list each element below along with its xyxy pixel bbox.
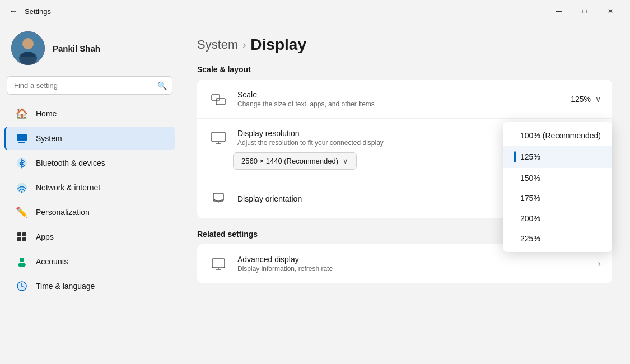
advanced-display-desc: Display information, refresh rate xyxy=(237,265,598,273)
minimize-button[interactable]: — xyxy=(546,2,572,20)
orientation-row-title: Display orientation xyxy=(237,194,522,203)
scale-option-125[interactable]: 125% xyxy=(503,146,612,168)
sidebar: Pankil Shah 🔍 🏠 Home System Bluetooth & … xyxy=(0,22,179,364)
orientation-icon xyxy=(208,189,228,209)
apps-icon xyxy=(16,231,28,243)
sidebar-item-personalization-label: Personalization xyxy=(36,208,90,217)
advanced-display-chevron-icon: › xyxy=(598,259,601,269)
sidebar-item-time[interactable]: Time & language xyxy=(4,274,175,298)
app-title: Settings xyxy=(25,7,51,16)
breadcrumb-separator: › xyxy=(242,39,246,51)
scale-option-150-label: 150% xyxy=(520,174,601,183)
resolution-value: 2560 × 1440 (Recommended) xyxy=(241,157,338,165)
accounts-icon xyxy=(16,255,28,268)
scale-option-225[interactable]: 225% xyxy=(503,228,612,249)
svg-point-9 xyxy=(21,191,23,193)
scale-option-175-label: 175% xyxy=(520,194,601,203)
svg-point-15 xyxy=(18,263,26,267)
scale-option-200[interactable]: 200% xyxy=(503,208,612,228)
maximize-button[interactable]: □ xyxy=(572,2,598,20)
advanced-display-icon xyxy=(208,254,228,274)
sidebar-item-bluetooth[interactable]: Bluetooth & devices xyxy=(4,151,175,175)
svg-rect-6 xyxy=(18,142,25,143)
sidebar-item-bluetooth-label: Bluetooth & devices xyxy=(36,158,105,167)
scale-chevron-icon: ∨ xyxy=(595,95,601,104)
titlebar: ← Settings — □ ✕ xyxy=(0,0,630,22)
resolution-dropdown[interactable]: 2560 × 1440 (Recommended) ∨ xyxy=(233,152,357,170)
scale-option-150[interactable]: 150% xyxy=(503,168,612,188)
network-icon xyxy=(16,181,28,194)
scale-dropdown-popup: 100% (Recommended) 125% 150% 175% 200% 2… xyxy=(503,122,612,252)
svg-rect-21 xyxy=(216,99,225,105)
back-button[interactable]: ← xyxy=(7,4,20,18)
breadcrumb-current: Display xyxy=(250,36,306,54)
resolution-icon xyxy=(208,128,228,148)
svg-rect-4 xyxy=(17,134,27,141)
bluetooth-icon xyxy=(16,157,28,169)
sidebar-item-system[interactable]: System xyxy=(4,127,175,150)
scale-row-title: Scale xyxy=(237,90,571,99)
sidebar-item-accounts-label: Accounts xyxy=(36,257,68,266)
sidebar-item-personalization[interactable]: ✏️ Personalization xyxy=(4,200,175,224)
svg-rect-26 xyxy=(212,259,225,268)
advanced-display-text: Advanced display Display information, re… xyxy=(237,255,598,273)
svg-rect-20 xyxy=(212,95,220,100)
search-icon: 🔍 xyxy=(157,81,167,90)
personalization-icon: ✏️ xyxy=(16,206,28,218)
content-area: System › Display Scale & layout Scale Ch… xyxy=(179,22,630,364)
section-scale-layout-title: Scale & layout xyxy=(197,65,612,74)
sidebar-item-network[interactable]: Network & internet xyxy=(4,176,175,199)
sidebar-item-network-label: Network & internet xyxy=(36,183,100,192)
svg-point-3 xyxy=(23,39,33,49)
window-controls: — □ ✕ xyxy=(546,2,623,20)
system-icon xyxy=(16,132,28,144)
svg-rect-12 xyxy=(17,237,21,241)
scale-option-100[interactable]: 100% (Recommended) xyxy=(503,125,612,146)
sidebar-item-home[interactable]: 🏠 Home xyxy=(4,102,175,125)
sidebar-item-home-label: Home xyxy=(36,109,57,118)
sidebar-item-apps-label: Apps xyxy=(36,232,54,241)
scale-option-100-label: 100% (Recommended) xyxy=(520,131,601,140)
close-button[interactable]: ✕ xyxy=(598,2,623,20)
breadcrumb: System › Display xyxy=(197,36,612,54)
scale-option-200-label: 200% xyxy=(520,214,601,223)
breadcrumb-parent: System xyxy=(197,38,238,52)
orientation-row-text: Display orientation xyxy=(237,194,522,203)
scale-row-control[interactable]: 125% ∨ xyxy=(571,95,601,104)
scale-row-text: Scale Change the size of text, apps, and… xyxy=(237,90,571,108)
main-layout: Pankil Shah 🔍 🏠 Home System Bluetooth & … xyxy=(0,22,630,364)
advanced-display-title: Advanced display xyxy=(237,255,598,264)
svg-rect-22 xyxy=(212,132,225,142)
sidebar-item-accounts[interactable]: Accounts xyxy=(4,250,175,273)
search-input[interactable] xyxy=(7,76,172,95)
scale-icon xyxy=(208,89,228,109)
scale-option-225-label: 225% xyxy=(520,234,601,243)
svg-point-14 xyxy=(20,258,24,262)
search-box: 🔍 xyxy=(7,76,172,95)
user-name: Pankil Shah xyxy=(53,44,100,53)
avatar xyxy=(11,31,45,65)
svg-rect-11 xyxy=(22,232,26,236)
resolution-chevron-icon: ∨ xyxy=(343,157,348,165)
svg-rect-10 xyxy=(17,232,21,236)
scale-current-value: 125% xyxy=(571,95,591,104)
svg-rect-13 xyxy=(22,237,26,241)
scale-selected-indicator xyxy=(514,151,516,162)
time-icon xyxy=(16,280,28,292)
home-icon: 🏠 xyxy=(16,108,28,120)
scale-row: Scale Change the size of text, apps, and… xyxy=(197,80,612,119)
scale-option-125-label: 125% xyxy=(520,152,601,161)
user-profile: Pankil Shah xyxy=(0,22,179,76)
scale-row-desc: Change the size of text, apps, and other… xyxy=(237,100,571,108)
sidebar-item-time-label: Time & language xyxy=(36,282,95,291)
sidebar-item-apps[interactable]: Apps xyxy=(4,225,175,249)
scale-option-175[interactable]: 175% xyxy=(503,188,612,208)
sidebar-item-system-label: System xyxy=(36,134,62,143)
